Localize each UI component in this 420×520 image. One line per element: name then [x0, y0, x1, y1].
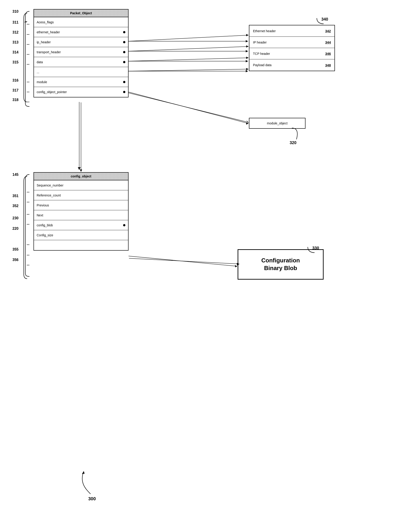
- svg-marker-25: [246, 70, 248, 72]
- row-ip-header: ip_header: [34, 37, 128, 47]
- ref-312: 312: [12, 30, 19, 34]
- blob-label-line2: Binary Blob: [264, 265, 297, 272]
- ref-310: 310: [12, 9, 19, 14]
- config-binary-blob-box: Configuration Binary Blob: [238, 249, 324, 279]
- svg-marker-9: [246, 122, 248, 125]
- row-sequence-number: Sequence_number: [34, 180, 128, 190]
- payload-data-type-label: Payload data: [253, 63, 271, 67]
- config-pointer-arrow-svg: [68, 102, 90, 174]
- svg-marker-19: [246, 40, 248, 42]
- ref-317: 317: [12, 88, 19, 93]
- ref-315: 315: [12, 60, 19, 64]
- module-dot: [123, 81, 125, 83]
- row-reference-count: Reference_count: [34, 190, 128, 200]
- ethernet-arrow-svg: [128, 36, 252, 47]
- ref-314: 314: [12, 50, 19, 54]
- payload-data-ref: 348: [325, 63, 331, 67]
- ref-220: 220: [12, 227, 19, 231]
- tcp-header-ref: 346: [325, 52, 331, 55]
- reference-count-label: Reference_count: [37, 194, 61, 197]
- ip-header-type-label: IP header: [253, 40, 267, 44]
- ethernet-header-type-label: Ethernet header: [253, 29, 276, 33]
- packet-object-box: Packet_Object Acess_flags ethernet_heade…: [33, 9, 128, 97]
- ref-230: 230: [12, 216, 19, 220]
- ethernet-header-label: ethernet_header: [37, 30, 60, 34]
- svg-marker-11: [80, 170, 82, 172]
- svg-marker-27: [246, 120, 248, 123]
- svg-line-2: [128, 47, 248, 51]
- packet-bracket-svg: [0, 0, 36, 113]
- config-bracket-svg: [0, 170, 36, 279]
- svg-marker-21: [246, 50, 248, 52]
- access-flags-label: Acess_flags: [37, 20, 54, 24]
- ip-arrow-svg: [128, 46, 252, 58]
- svg-marker-28: [82, 471, 85, 474]
- ref-311: 311: [12, 20, 19, 24]
- ref-320: 320: [290, 140, 296, 145]
- row-ellipsis: ...: [34, 67, 128, 77]
- ref-145: 145: [12, 173, 19, 177]
- data-dot: [123, 61, 125, 63]
- svg-line-0: [128, 35, 248, 41]
- ref-330: 330: [312, 246, 319, 251]
- ellipsis-label: ...: [37, 70, 39, 74]
- svg-line-16: [129, 258, 240, 264]
- sequence-number-label: Sequence_number: [37, 184, 63, 187]
- config-blob-label: config_blob: [37, 223, 53, 227]
- row-config-size: Config_size: [34, 230, 128, 240]
- transport-header-label: transport_header: [37, 50, 61, 54]
- row-access-flags: Acess_flags: [34, 17, 128, 27]
- config-blob-arrow-svg: [127, 254, 242, 272]
- packet-object-header: Packet_Object: [34, 9, 128, 17]
- ethernet-header-ref: 342: [325, 29, 331, 33]
- svg-marker-7: [246, 68, 248, 70]
- module-arrow-svg: [128, 88, 253, 127]
- svg-line-26: [128, 93, 248, 122]
- row-module: module: [34, 77, 128, 87]
- payload-arrow-svg: [128, 66, 252, 78]
- blob-label-line1: Configuration: [261, 257, 300, 264]
- ref-356: 356: [12, 258, 19, 262]
- row-previous: Previous: [34, 200, 128, 210]
- svg-marker-23: [246, 60, 248, 62]
- ethernet-header-dot: [123, 31, 125, 33]
- ref-313: 313: [12, 40, 19, 44]
- svg-line-6: [128, 69, 248, 71]
- module-label: module: [37, 80, 47, 84]
- row-next: Next: [34, 210, 128, 220]
- svg-line-8: [128, 92, 248, 124]
- data-label: data: [37, 60, 43, 64]
- module-object-label: module_object: [267, 121, 287, 125]
- svg-marker-5: [246, 57, 248, 59]
- ref-300: 300: [88, 496, 96, 501]
- tcp-arrow-svg: [128, 56, 252, 68]
- config-object-header: config_object: [34, 173, 128, 180]
- row-ethernet-header: ethernet_header: [34, 27, 128, 37]
- row-transport-header: transport_header: [34, 47, 128, 57]
- ref-352: 352: [12, 204, 19, 208]
- transport-header-dot: [123, 51, 125, 53]
- ref-318: 318: [12, 98, 19, 102]
- svg-line-4: [128, 58, 248, 61]
- svg-marker-15: [78, 167, 81, 170]
- ref-316: 316: [12, 78, 19, 83]
- row-ethernet-header-type: Ethernet header 342: [249, 25, 334, 37]
- row-data: data: [34, 57, 128, 67]
- config-pointer-dot: [123, 91, 125, 93]
- svg-line-12: [128, 256, 237, 266]
- svg-marker-3: [246, 45, 248, 47]
- svg-marker-13: [235, 265, 237, 267]
- row-ip-header-type: IP header 344: [249, 37, 334, 48]
- svg-marker-1: [246, 34, 248, 36]
- row-payload-data-type: Payload data 348: [249, 59, 334, 71]
- row-config-pointer: config_object_pointer: [34, 87, 128, 97]
- ref-340: 340: [321, 17, 328, 22]
- ref-351: 351: [12, 194, 19, 198]
- config-blob-dot: [123, 224, 125, 226]
- config-size-label: Config_size: [37, 233, 53, 237]
- module-object-box: module_object: [249, 118, 306, 129]
- row-config-empty: [34, 240, 128, 250]
- config-object-box: config_object Sequence_number Reference_…: [33, 172, 128, 251]
- ip-header-ref: 344: [325, 40, 331, 44]
- previous-label: Previous: [37, 203, 49, 207]
